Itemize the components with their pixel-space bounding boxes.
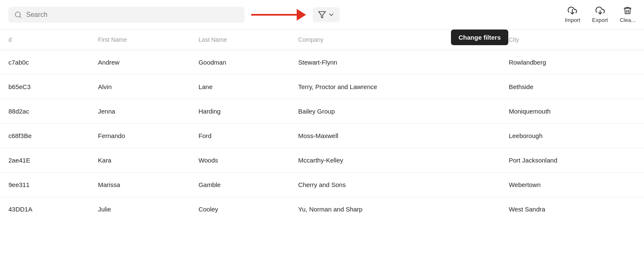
cell-last-name: Cooley [190, 197, 290, 222]
cell-city: Moniquemouth [500, 99, 644, 124]
search-box[interactable] [8, 7, 244, 23]
cell-last-name: Gamble [190, 173, 290, 197]
cell-first-name: Andrew [90, 50, 190, 75]
table-header: d First Name Last Name Company City [0, 30, 644, 50]
cell-company: Yu, Norman and Sharp [290, 197, 501, 222]
search-icon [14, 11, 22, 19]
chevron-down-icon [328, 11, 335, 18]
col-city: City [500, 30, 644, 50]
search-input[interactable] [26, 11, 239, 19]
table-row[interactable]: 43DD1A Julie Cooley Yu, Norman and Sharp… [0, 197, 644, 222]
filter-icon [318, 11, 326, 19]
table-row[interactable]: 9ee311 Marissa Gamble Cherry and Sons We… [0, 173, 644, 197]
col-id: d [0, 30, 90, 50]
cell-id: 9ee311 [0, 173, 90, 197]
cell-first-name: Kara [90, 148, 190, 173]
svg-marker-2 [319, 11, 326, 18]
table-row[interactable]: b65eC3 Alvin Lane Terry, Proctor and Law… [0, 75, 644, 99]
table-row[interactable]: c68f3Be Fernando Ford Moss-Maxwell Leebo… [0, 124, 644, 148]
cell-first-name: Fernando [90, 124, 190, 148]
cell-company: Bailey Group [290, 99, 501, 124]
cell-last-name: Harding [190, 99, 290, 124]
clear-icon [623, 6, 632, 15]
cell-last-name: Woods [190, 148, 290, 173]
cell-id: 43DD1A [0, 197, 90, 222]
cell-id: c68f3Be [0, 124, 90, 148]
clear-button[interactable]: Clea... [620, 6, 636, 23]
col-first-name: First Name [90, 30, 190, 50]
cell-city: Bethside [500, 75, 644, 99]
cell-city: Leeborough [500, 124, 644, 148]
import-label: Import [565, 17, 580, 23]
table-row[interactable]: 88d2ac Jenna Harding Bailey Group Moniqu… [0, 99, 644, 124]
import-icon [568, 6, 577, 15]
col-last-name: Last Name [190, 30, 290, 50]
cell-last-name: Goodman [190, 50, 290, 75]
filter-button[interactable] [313, 7, 340, 22]
cell-company: Mccarthy-Kelley [290, 148, 501, 173]
cell-id: 2ae41E [0, 148, 90, 173]
cell-company: Moss-Maxwell [290, 124, 501, 148]
cell-first-name: Julie [90, 197, 190, 222]
data-table: d First Name Last Name Company City c7ab… [0, 30, 644, 221]
table-body: c7ab0c Andrew Goodman Stewart-Flynn Rowl… [0, 50, 644, 222]
cell-city: West Sandra [500, 197, 644, 222]
export-button[interactable]: Export [592, 6, 608, 23]
cell-last-name: Ford [190, 124, 290, 148]
cell-id: c7ab0c [0, 50, 90, 75]
toolbar-actions: Import Export Clea... [565, 6, 636, 23]
table-row[interactable]: 2ae41E Kara Woods Mccarthy-Kelley Port J… [0, 148, 644, 173]
import-button[interactable]: Import [565, 6, 580, 23]
table-row[interactable]: c7ab0c Andrew Goodman Stewart-Flynn Rowl… [0, 50, 644, 75]
clear-label: Clea... [620, 17, 636, 23]
cell-first-name: Marissa [90, 173, 190, 197]
top-bar: Import Export Clea... Change filters [0, 0, 644, 30]
cell-city: Port Jacksonland [500, 148, 644, 173]
cell-first-name: Alvin [90, 75, 190, 99]
table-container: d First Name Last Name Company City c7ab… [0, 30, 644, 221]
cell-city: Rowlandberg [500, 50, 644, 75]
export-icon [596, 6, 605, 15]
cell-id: 88d2ac [0, 99, 90, 124]
cell-last-name: Lane [190, 75, 290, 99]
svg-line-1 [19, 16, 21, 17]
cell-company: Cherry and Sons [290, 173, 501, 197]
export-label: Export [592, 17, 608, 23]
cell-id: b65eC3 [0, 75, 90, 99]
cell-city: Webertown [500, 173, 644, 197]
cell-company: Terry, Proctor and Lawrence [290, 75, 501, 99]
arrow-annotation [251, 9, 306, 21]
cell-first-name: Jenna [90, 99, 190, 124]
change-filters-tooltip: Change filters [451, 30, 508, 45]
cell-company: Stewart-Flynn [290, 50, 501, 75]
